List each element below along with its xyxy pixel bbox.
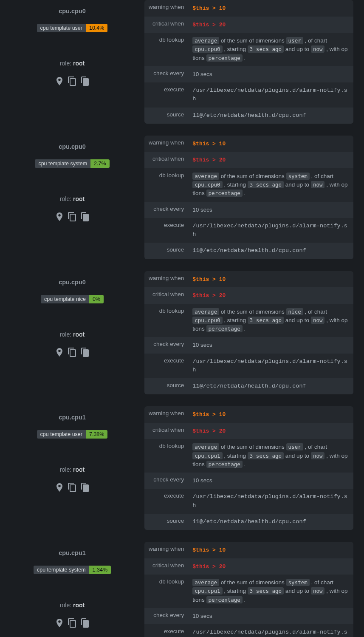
status-badge: cpu template system 2.7%	[35, 159, 109, 168]
check-value: 10 secs	[188, 66, 353, 82]
token-chart: cpu.cpu0	[192, 317, 222, 324]
check-value: 10 secs	[188, 202, 353, 218]
copy-filled-icon[interactable]	[80, 482, 90, 494]
label-warning: warning when	[144, 136, 188, 152]
role-label: role:	[60, 331, 73, 338]
row-source: source 11@/etc/netdata/health.d/cpu.conf	[144, 378, 353, 394]
role-value: root	[73, 331, 85, 338]
role-label: role:	[60, 602, 73, 609]
details-table: warning when $this > 10 critical when $t…	[144, 0, 353, 124]
label-check: check every	[144, 202, 188, 218]
label-critical: critical when	[144, 423, 188, 439]
token-percentage: percentage	[206, 54, 243, 62]
source-value: 11@/etc/netdata/health.d/cpu.conf	[188, 108, 353, 124]
details-table: warning when $this > 10 critical when $t…	[144, 406, 353, 530]
label-source: source	[144, 243, 188, 259]
copy-icon[interactable]	[67, 347, 77, 359]
alarm-card: cpu.cpu0 cpu template nice 0% role: root…	[0, 271, 364, 395]
copy-icon[interactable]	[67, 482, 77, 494]
check-value: 10 secs	[188, 337, 353, 353]
label-execute: execute	[144, 218, 188, 243]
label-check: check every	[144, 473, 188, 489]
details-table: warning when $this > 10 critical when $t…	[144, 542, 353, 637]
row-lookup: db lookup average of the sum of dimensio…	[144, 168, 353, 202]
label-execute: execute	[144, 82, 188, 108]
warning-expr: $this > 10	[192, 411, 226, 418]
label-critical: critical when	[144, 17, 188, 33]
label-warning: warning when	[144, 271, 188, 288]
execute-value: /usr/libexec/netdata/plugins.d/alarm-not…	[188, 489, 353, 514]
copy-icon[interactable]	[67, 618, 77, 629]
location-icon[interactable]	[54, 482, 65, 494]
status-badge: cpu template system 1.34%	[34, 566, 111, 574]
token-now: now	[311, 45, 325, 53]
label-lookup: db lookup	[144, 168, 188, 202]
label-source: source	[144, 108, 188, 124]
warning-expr: $this > 10	[192, 5, 226, 11]
label-lookup: db lookup	[144, 33, 188, 66]
row-critical: critical when $this > 20	[144, 423, 353, 439]
label-source: source	[144, 514, 188, 530]
copy-filled-icon[interactable]	[80, 347, 90, 359]
row-critical: critical when $this > 20	[144, 287, 353, 304]
copy-filled-icon[interactable]	[80, 212, 90, 223]
token-average: average	[192, 37, 219, 44]
row-source: source 11@/etc/netdata/health.d/cpu.conf	[144, 514, 353, 530]
token-now: now	[311, 181, 325, 188]
role-line: role: root	[0, 60, 144, 67]
copy-filled-icon[interactable]	[80, 76, 90, 88]
row-critical: critical when $this > 20	[144, 558, 353, 575]
chart-name: cpu.cpu1	[0, 414, 144, 421]
copy-icon[interactable]	[67, 212, 77, 223]
location-icon[interactable]	[54, 347, 65, 359]
execute-value: /usr/libexec/netdata/plugins.d/alarm-not…	[188, 354, 353, 379]
token-dimension: nice	[286, 308, 303, 315]
token-now: now	[311, 317, 325, 324]
alarm-details: warning when $this > 10 critical when $t…	[144, 406, 364, 530]
row-warning: warning when $this > 10	[144, 271, 353, 288]
label-critical: critical when	[144, 287, 188, 304]
lookup-text: average of the sum of dimensions user , …	[188, 33, 353, 66]
action-icons	[0, 618, 144, 629]
label-critical: critical when	[144, 152, 188, 168]
critical-expr: $this > 20	[192, 22, 226, 28]
row-execute: execute /usr/libexec/netdata/plugins.d/a…	[144, 489, 353, 514]
location-icon[interactable]	[54, 76, 65, 88]
label-check: check every	[144, 608, 188, 624]
badge-label: cpu template user	[37, 24, 86, 32]
token-dimension: system	[286, 173, 310, 180]
row-execute: execute /usr/libexec/netdata/plugins.d/a…	[144, 354, 353, 379]
token-ago: 3 secs ago	[248, 317, 284, 324]
critical-expr: $this > 20	[192, 428, 226, 434]
location-icon[interactable]	[54, 212, 65, 223]
copy-filled-icon[interactable]	[80, 618, 90, 629]
chart-name: cpu.cpu0	[0, 279, 144, 286]
source-value: 11@/etc/netdata/health.d/cpu.conf	[188, 243, 353, 259]
badge-label: cpu template nice	[41, 295, 89, 303]
token-ago: 3 secs ago	[248, 45, 284, 53]
role-value: root	[73, 195, 85, 202]
row-check: check every 10 secs	[144, 66, 353, 82]
row-critical: critical when $this > 20	[144, 17, 353, 33]
row-check: check every 10 secs	[144, 608, 353, 624]
label-warning: warning when	[144, 542, 188, 558]
alarm-summary: cpu.cpu1 cpu template user 7.38% role: r…	[0, 406, 144, 530]
source-value: 11@/etc/netdata/health.d/cpu.conf	[188, 514, 353, 530]
token-percentage: percentage	[206, 325, 243, 332]
chart-name: cpu.cpu0	[0, 8, 144, 14]
role-value: root	[73, 602, 85, 609]
token-percentage: percentage	[206, 596, 243, 603]
role-line: role: root	[0, 195, 144, 202]
role-line: role: root	[0, 602, 144, 609]
token-average: average	[192, 579, 219, 586]
label-critical: critical when	[144, 558, 188, 575]
badge-value: 1.34%	[89, 566, 111, 574]
token-ago: 3 secs ago	[248, 452, 284, 459]
row-source: source 11@/etc/netdata/health.d/cpu.conf	[144, 108, 353, 124]
row-source: source 11@/etc/netdata/health.d/cpu.conf	[144, 243, 353, 259]
location-icon[interactable]	[54, 618, 65, 629]
copy-icon[interactable]	[67, 76, 77, 88]
row-lookup: db lookup average of the sum of dimensio…	[144, 575, 353, 608]
alarm-card: cpu.cpu1 cpu template system 1.34% role:…	[0, 542, 364, 637]
badge-value: 7.38%	[86, 430, 107, 439]
